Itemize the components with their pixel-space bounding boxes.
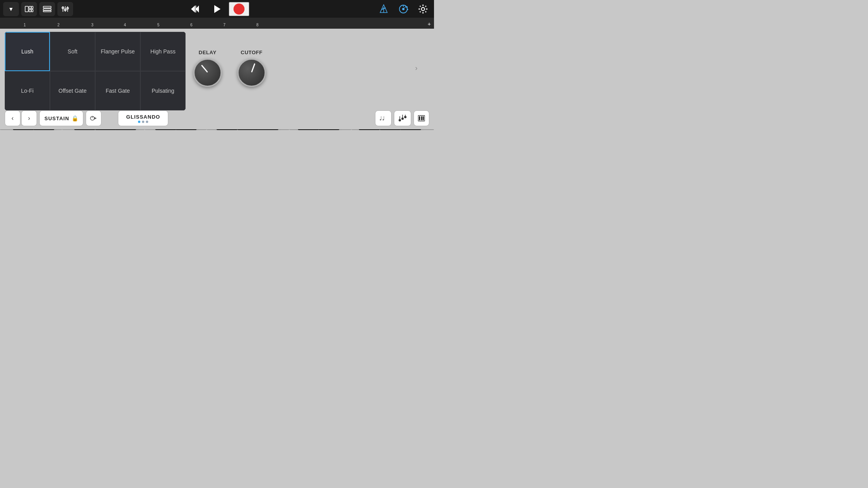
black-key-ds5[interactable]	[318, 129, 339, 130]
preset-pulsating[interactable]: Pulsating	[140, 71, 186, 110]
svg-rect-50	[423, 116, 424, 120]
delay-knob[interactable]	[193, 59, 222, 87]
ruler-mark-5: 5	[157, 23, 160, 27]
black-key-fs4[interactable]	[217, 129, 237, 130]
nav-back-icon: ‹	[11, 115, 13, 122]
svg-rect-31	[426, 8, 428, 9]
nav-forward-button[interactable]: ›	[21, 110, 37, 126]
black-key-fs3[interactable]	[74, 129, 95, 130]
dropdown-icon: ▼	[8, 6, 14, 12]
svg-point-25	[406, 6, 408, 8]
piano-keys: C3 C4	[0, 129, 434, 130]
notes-icon: ♩♩	[379, 115, 387, 122]
dot-2	[142, 121, 144, 123]
preset-high-pass[interactable]: High Pass	[140, 32, 186, 71]
svg-rect-4	[31, 9, 33, 12]
glissando-button[interactable]: GLISSANDO	[118, 110, 168, 126]
settings-button[interactable]	[415, 2, 431, 16]
ruler-mark-1: 1	[24, 23, 26, 27]
svg-marker-38	[94, 117, 97, 119]
ruler-mark-8: 8	[256, 23, 259, 27]
black-key-gs4[interactable]	[237, 129, 258, 130]
notes-button[interactable]: ♩♩	[375, 110, 392, 126]
svg-rect-33	[425, 5, 427, 7]
metronome-button[interactable]	[376, 2, 392, 16]
chord-icon	[398, 115, 407, 122]
chevron-right-icon: ›	[415, 64, 417, 72]
black-key-fs5[interactable]	[359, 129, 380, 130]
black-key-cs3[interactable]	[13, 129, 34, 130]
svg-rect-6	[43, 9, 51, 10]
record-circle	[234, 4, 245, 15]
black-key-ds3[interactable]	[33, 129, 54, 130]
svg-line-24	[405, 6, 406, 8]
layout1-button[interactable]	[21, 2, 37, 16]
svg-point-42	[401, 117, 404, 120]
svg-point-26	[407, 9, 408, 10]
record-button[interactable]	[229, 2, 249, 16]
svg-text:♩♩: ♩♩	[379, 115, 385, 121]
black-key-ds4[interactable]	[176, 129, 197, 130]
layout2-icon	[43, 6, 51, 12]
cutoff-indicator	[251, 63, 256, 72]
sustain-label: SUSTAIN	[44, 116, 69, 121]
sustain-button[interactable]: SUSTAIN 🔒	[39, 110, 83, 126]
svg-marker-17	[214, 5, 221, 13]
black-key-gs5[interactable]	[380, 129, 401, 130]
eq-button[interactable]	[57, 2, 73, 16]
preset-offset-gate[interactable]: Offset Gate	[50, 71, 95, 110]
nav-group: ‹ ›	[5, 110, 37, 126]
svg-rect-30	[419, 8, 420, 9]
expand-button[interactable]: ›	[410, 62, 422, 74]
svg-point-41	[399, 119, 401, 121]
black-key-cs5[interactable]	[298, 129, 319, 130]
preset-soft[interactable]: Soft	[50, 32, 95, 71]
settings-icon	[418, 4, 428, 14]
ruler-mark-2: 2	[57, 23, 60, 27]
settings2-button[interactable]	[414, 110, 429, 126]
rewind-button[interactable]	[185, 2, 205, 16]
knobs-area: DELAY CUTOFF ›	[186, 29, 434, 107]
svg-point-43	[404, 116, 406, 118]
black-key-as5[interactable]	[400, 129, 421, 130]
piano-area: C3 C4	[0, 129, 434, 130]
dot-3	[146, 121, 148, 123]
ruler-mark-4: 4	[124, 23, 126, 27]
dropdown-button[interactable]: ▼	[3, 2, 19, 16]
toolbar: ▼	[0, 0, 434, 18]
bottom-controls: ‹ › SUSTAIN 🔒 GLISSANDO ♩♩	[0, 107, 434, 129]
transport-controls	[185, 2, 249, 16]
preset-lush[interactable]: Lush	[5, 32, 50, 71]
delay-label: DELAY	[199, 50, 216, 55]
right-toolbar	[376, 2, 431, 16]
cutoff-knob-group: CUTOFF	[237, 50, 266, 87]
main-area: Lush Soft Flanger Pulse High Pass Lo-Fi …	[0, 29, 434, 107]
play-button[interactable]	[207, 2, 227, 16]
play-icon	[213, 5, 221, 13]
ruler-mark-3: 3	[91, 23, 94, 27]
preset-flanger-pulse[interactable]: Flanger Pulse	[95, 32, 140, 71]
ruler: 1 2 3 4 5 6 7 8 +	[0, 18, 434, 29]
ruler-add-button[interactable]: +	[428, 21, 431, 27]
preset-lo-fi[interactable]: Lo-Fi	[5, 71, 50, 110]
svg-rect-7	[43, 11, 51, 12]
layout2-button[interactable]	[39, 2, 55, 16]
tempo-button[interactable]	[395, 2, 411, 16]
chord-button[interactable]	[394, 110, 411, 126]
dot-1	[138, 121, 140, 123]
svg-rect-1	[29, 6, 31, 9]
black-key-as3[interactable]	[115, 129, 136, 130]
nav-back-button[interactable]: ‹	[5, 110, 20, 126]
svg-rect-48	[419, 116, 420, 120]
cutoff-knob[interactable]	[237, 59, 266, 87]
black-key-gs3[interactable]	[95, 129, 116, 130]
lock-icon: 🔒	[72, 115, 78, 121]
record-play-button[interactable]	[86, 110, 101, 126]
svg-line-39	[92, 117, 93, 117]
preset-fast-gate[interactable]: Fast Gate	[95, 71, 140, 110]
ruler-mark-6: 6	[190, 23, 193, 27]
svg-marker-14	[191, 6, 195, 13]
metronome-icon	[379, 4, 389, 14]
black-key-as4[interactable]	[257, 129, 278, 130]
black-key-cs4[interactable]	[155, 129, 176, 130]
